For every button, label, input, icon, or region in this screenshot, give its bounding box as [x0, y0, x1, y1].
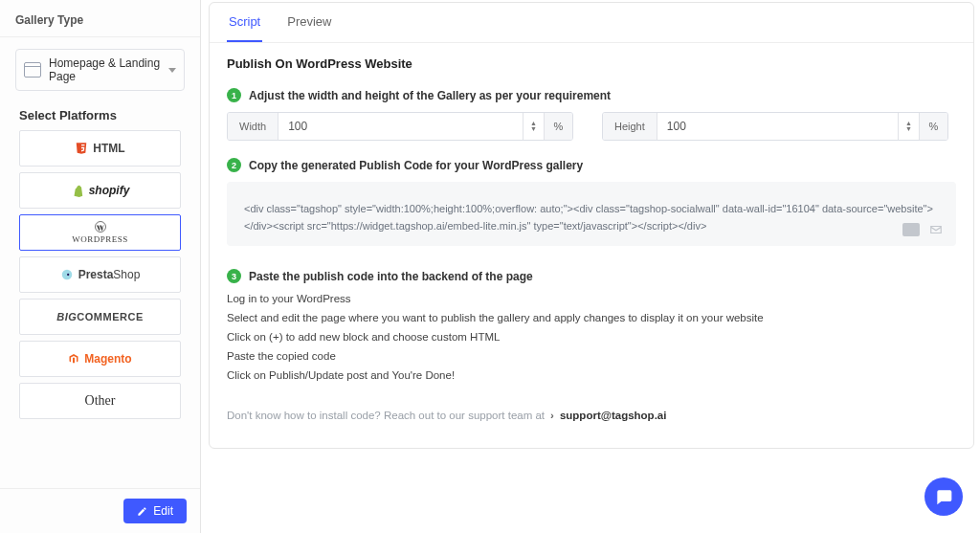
height-stepper[interactable]: ▲▼: [898, 113, 919, 140]
email-icon[interactable]: [927, 223, 945, 236]
step2-title: Copy the generated Publish Code for your…: [249, 159, 583, 172]
tabs: Script Preview: [210, 3, 973, 43]
chevron-right-icon: ›: [550, 410, 554, 421]
code-box: <div class="tagshop" style="width:100%;h…: [227, 182, 956, 246]
height-label: Height: [603, 113, 657, 140]
main: Script Preview Publish On WordPress Webs…: [201, 0, 980, 533]
svg-point-2: [67, 274, 69, 276]
step3-body: Log in to your WordPress Select and edit…: [227, 293, 956, 381]
wordpress-icon: [95, 221, 106, 234]
publish-code[interactable]: <div class="tagshop" style="width:100%;h…: [244, 201, 939, 234]
width-label: Width: [228, 113, 278, 140]
gallery-type-value: Homepage & Landing Page: [49, 56, 168, 83]
gallery-type-select[interactable]: Homepage & Landing Page: [15, 49, 185, 91]
step2-header: 2 Copy the generated Publish Code for yo…: [227, 158, 956, 172]
width-input-group: Width ▲▼ %: [227, 112, 573, 141]
platform-shopify-label: shopify: [89, 184, 130, 197]
tab-preview[interactable]: Preview: [285, 3, 333, 42]
chevron-down-icon: [168, 68, 176, 73]
platform-bigcommerce-label: BIGCOMMERCE: [56, 311, 143, 322]
platform-magento-label: Magento: [84, 352, 131, 366]
step1-header: 1 Adjust the width and height of the Gal…: [227, 88, 956, 102]
edit-button[interactable]: Edit: [123, 499, 187, 523]
support-footnote: Don't know how to install code? Reach ou…: [227, 410, 956, 421]
platform-other[interactable]: Other: [19, 383, 181, 419]
chat-icon: [934, 487, 953, 506]
tab-script[interactable]: Script: [227, 3, 262, 42]
sidebar-footer: Edit: [0, 488, 200, 533]
page-title: Publish On WordPress Website: [227, 56, 956, 71]
footnote-text: Don't know how to install code? Reach ou…: [227, 410, 545, 421]
instruction-line: Click on (+) to add new block and choose…: [227, 331, 956, 343]
content: Publish On WordPress Website 1 Adjust th…: [210, 43, 973, 434]
step1-title: Adjust the width and height of the Galle…: [249, 89, 611, 102]
step3-number: 3: [227, 269, 241, 283]
platform-prestashop-label: PrestaShop: [78, 268, 141, 281]
height-input[interactable]: [657, 113, 898, 140]
instruction-line: Paste the copied code: [227, 350, 956, 362]
platform-wordpress[interactable]: WORDPRESS: [19, 214, 181, 251]
instruction-line: Log in to your WordPress: [227, 293, 956, 304]
platform-other-label: Other: [85, 393, 116, 409]
magento-icon: [68, 352, 79, 366]
sidebar-title: Gallery Type: [0, 0, 200, 37]
select-platforms-label: Select Platforms: [0, 108, 200, 130]
dimension-row: Width ▲▼ % Height ▲▼ %: [227, 112, 956, 141]
platform-magento[interactable]: Magento: [19, 341, 181, 377]
step1-number: 1: [227, 88, 241, 102]
instruction-line: Click on Publish/Update post and You're …: [227, 369, 956, 381]
platform-shopify[interactable]: shopify: [19, 172, 181, 209]
edit-button-label: Edit: [153, 504, 173, 518]
copy-icon[interactable]: [902, 223, 920, 236]
prestashop-icon: [60, 268, 74, 281]
platform-list: HTML shopify WORDPRESS PrestaShop BIGCOM…: [0, 130, 200, 419]
support-email[interactable]: support@tagshop.ai: [560, 410, 667, 421]
step3-header: 3 Paste the publish code into the backen…: [227, 269, 956, 283]
sidebar: Gallery Type Homepage & Landing Page Sel…: [0, 0, 201, 533]
layout-icon: [24, 62, 41, 78]
chat-fab[interactable]: [924, 477, 963, 516]
step2-number: 2: [227, 158, 241, 172]
platform-bigcommerce[interactable]: BIGCOMMERCE: [19, 299, 181, 335]
platform-html[interactable]: HTML: [19, 130, 181, 167]
html5-icon: [75, 142, 88, 155]
shopify-icon: [71, 184, 84, 197]
instruction-line: Select and edit the page where you want …: [227, 312, 956, 323]
width-stepper[interactable]: ▲▼: [523, 113, 544, 140]
step3-title: Paste the publish code into the backend …: [249, 270, 533, 283]
width-unit: %: [544, 113, 572, 140]
height-unit: %: [919, 113, 947, 140]
platform-wordpress-label: WORDPRESS: [72, 234, 128, 244]
code-actions: [902, 223, 945, 236]
platform-prestashop[interactable]: PrestaShop: [19, 256, 181, 293]
width-input[interactable]: [278, 113, 523, 140]
platform-html-label: HTML: [93, 142, 124, 155]
height-input-group: Height ▲▼ %: [602, 112, 948, 141]
pencil-icon: [137, 506, 147, 517]
